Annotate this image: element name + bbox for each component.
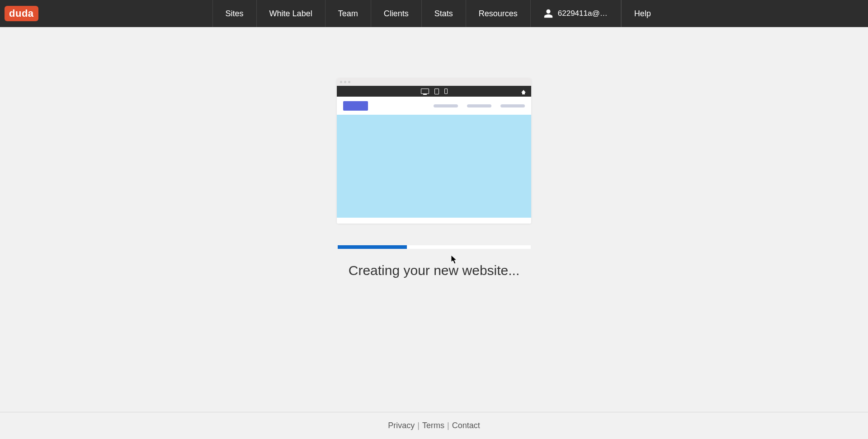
loading-status-text: Creating your new website... <box>349 263 520 278</box>
footer-privacy-link[interactable]: Privacy <box>388 421 415 430</box>
preview-logo-placeholder <box>343 101 368 111</box>
nav-label: White Label <box>269 9 312 19</box>
preview-window-chrome <box>337 78 531 86</box>
main-content: Creating your new website... <box>0 27 868 412</box>
nav-label: Clients <box>384 9 409 19</box>
footer-separator: | <box>417 421 420 430</box>
device-icon-group <box>421 89 448 94</box>
page-footer: Privacy | Terms | Contact <box>0 412 868 439</box>
phone-icon <box>444 89 448 94</box>
nav-help[interactable]: Help <box>621 0 665 27</box>
home-icon <box>521 90 526 93</box>
user-icon <box>543 9 553 19</box>
progress-bar-fill <box>338 245 407 249</box>
nav-label: Help <box>634 9 651 19</box>
nav-account[interactable]: 6229411a@uifee... <box>530 0 621 27</box>
account-email: 6229411a@uifee... <box>558 9 608 18</box>
nav-label: Sites <box>226 9 244 19</box>
preview-site-body <box>337 115 531 218</box>
footer-contact-link[interactable]: Contact <box>452 421 480 430</box>
preview-menu-item-placeholder <box>467 104 491 107</box>
footer-terms-link[interactable]: Terms <box>422 421 444 430</box>
nav-resources[interactable]: Resources <box>466 0 530 27</box>
desktop-icon <box>421 89 429 94</box>
nav-label: Resources <box>479 9 518 19</box>
preview-device-toolbar <box>337 86 531 97</box>
brand-logo-text: duda <box>5 6 38 21</box>
window-dot-icon <box>344 81 346 83</box>
window-dot-icon <box>348 81 350 83</box>
preview-site-menubar <box>337 97 531 115</box>
nav-label: Team <box>338 9 358 19</box>
preview-menu-item-placeholder <box>434 104 458 107</box>
nav-label: Stats <box>434 9 453 19</box>
nav-sites[interactable]: Sites <box>212 0 256 27</box>
preview-menu-item-placeholder <box>500 104 525 107</box>
website-preview-card <box>337 78 531 224</box>
nav-white-label[interactable]: White Label <box>256 0 325 27</box>
nav-spacer <box>43 0 212 27</box>
window-dot-icon <box>340 81 342 83</box>
nav-clients[interactable]: Clients <box>371 0 421 27</box>
nav-team[interactable]: Team <box>325 0 371 27</box>
nav-stats[interactable]: Stats <box>421 0 466 27</box>
progress-bar <box>338 245 531 249</box>
brand-logo[interactable]: duda <box>0 0 43 27</box>
top-navigation: duda Sites White Label Team Clients Stat… <box>0 0 868 27</box>
preview-site-footer <box>337 218 531 224</box>
tablet-icon <box>434 89 439 94</box>
footer-separator: | <box>447 421 449 430</box>
